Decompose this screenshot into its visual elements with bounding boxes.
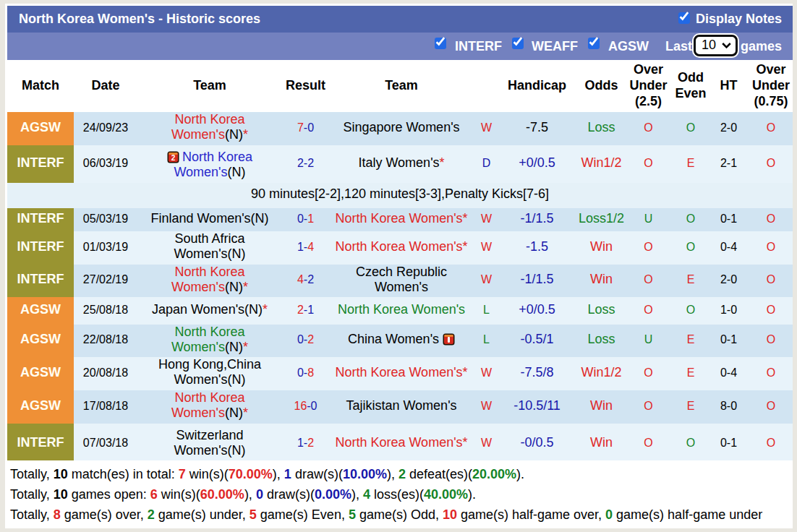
svg-text:2: 2 [171,154,176,162]
